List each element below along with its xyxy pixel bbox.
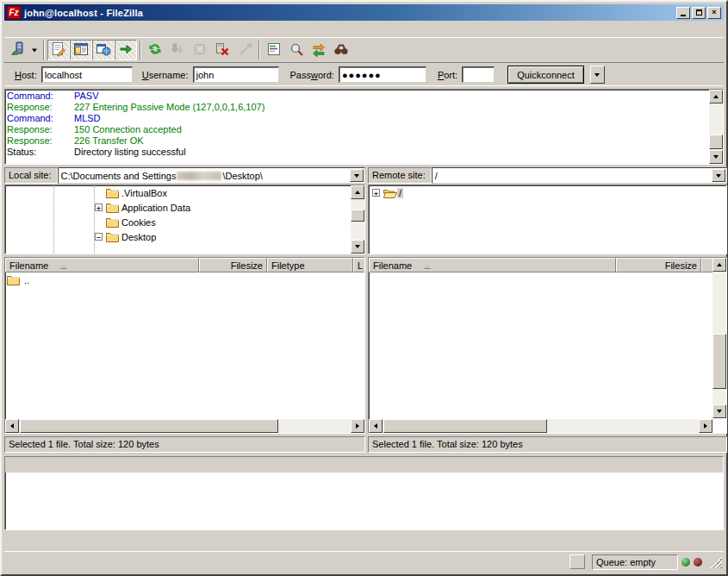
quickconnect-dropdown[interactable] [590,66,605,84]
local-tree-item-desktop[interactable]: −Desktop [95,229,364,244]
log-line-response: Response:227 Entering Passive Mode (127,… [7,102,721,113]
remote-col-filename[interactable]: Filename [369,258,616,272]
local-list-header: Filename Filesize Filetype L [5,258,364,272]
host-label: Host: [15,70,37,80]
menubar [4,22,724,37]
local-site-combo-arrow[interactable] [350,169,364,182]
statusbar: Queue: empty [4,551,724,572]
toggle-local-tree-button[interactable] [70,40,92,60]
remote-site-combo-arrow[interactable] [712,169,725,182]
local-col-lastmodified[interactable]: L [353,258,365,272]
site-manager-button[interactable] [6,40,28,60]
menu-item-bookmarks[interactable] [73,28,87,31]
tree-expander-icon[interactable]: + [95,203,103,211]
queue-toggle-icon [118,41,134,59]
local-list-hscrollbar[interactable] [5,419,364,433]
menu-item-server[interactable] [59,28,73,31]
local-col-filename[interactable]: Filename [5,258,199,272]
local-site-bar: Local site: C:\Documents and Settings\De… [4,167,365,184]
tree-expander-icon[interactable]: − [95,233,103,241]
toggle-remote-tree-button[interactable] [92,40,115,60]
reconnect-button[interactable] [233,40,256,60]
remote-list-header: Filename Filesize [369,258,726,272]
process-queue-icon [170,41,185,59]
folder-icon [105,202,120,213]
separator[interactable] [43,41,45,59]
menu-item-file[interactable] [4,28,18,31]
remote-site-bar: Remote site: / [368,167,727,184]
local-site-label: Local site: [4,167,58,184]
toggle-queue-button[interactable] [115,40,137,60]
host-input[interactable] [41,66,133,83]
local-selection-status: Selected 1 file. Total size: 120 bytes [4,436,365,453]
cancel-operation-button[interactable] [189,40,211,60]
filezilla-window: Fz john@localhost - FileZilla × Host: Us… [0,0,728,576]
directory-filter-button[interactable] [263,40,285,60]
log-error-indicator-icon [694,558,702,567]
ascii-datatype-icon [569,554,585,569]
message-log: Command:PASVResponse:227 Entering Passiv… [4,89,724,165]
disconnect-button[interactable] [211,40,233,60]
quickconnect-button[interactable]: Quickconnect [507,66,584,84]
toolbar [4,37,724,61]
resize-grip[interactable] [709,555,722,568]
queue-header [5,457,723,473]
menu-item-help[interactable] [87,28,101,31]
remote-panes-icon [96,41,111,59]
log-scrollbar[interactable] [709,90,723,164]
find-files-button[interactable] [330,40,352,60]
tree-expander-icon[interactable]: + [372,189,380,197]
..[interactable]: .. [5,272,364,287]
local-tree-item-application-data[interactable]: +Application Data [95,200,364,215]
local-col-filesize[interactable]: Filesize [199,258,267,272]
remote-col-filesize[interactable]: Filesize [616,258,701,272]
username-label: Username: [142,70,189,80]
remote-site-combo[interactable]: / [432,167,727,184]
log-line-command: Command:PASV [7,91,721,102]
process-queue-button[interactable] [166,40,189,60]
local-tree-item-cookies[interactable]: Cookies [95,215,364,229]
synchronized-browsing-button[interactable] [308,40,330,60]
redacted-username [177,172,221,180]
username-input[interactable] [193,66,279,83]
titlebar[interactable]: Fz john@localhost - FileZilla × [4,4,724,21]
menu-item-edit[interactable] [18,28,32,31]
maximize-button[interactable] [692,7,706,19]
remote-site-label: Remote site: [368,167,432,184]
toggle-message-log-button[interactable] [47,40,70,60]
close-button[interactable]: × [707,7,721,19]
sort-asc-icon [424,260,431,268]
local-tree: .VirtualBox+Application DataCookies−Desk… [4,185,365,254]
remote-tree-item-[interactable]: +/ [372,185,726,200]
refresh-icon [147,41,163,59]
log-toggle-icon [51,41,66,59]
menu-item-transfer[interactable] [46,28,59,31]
separator[interactable] [258,41,260,59]
quickconnect-bar: Host: Username: Password: Port: Quickcon… [4,62,724,86]
local-col-filetype[interactable]: Filetype [267,258,353,272]
queue-tabs [4,533,724,552]
remote-list-hscrollbar[interactable] [369,419,712,433]
separator[interactable] [140,41,141,59]
minimize-button[interactable] [676,7,690,19]
port-input[interactable] [462,66,495,83]
window-title: john@localhost - FileZilla [24,8,676,18]
disconnect-icon [215,41,230,59]
dropdown-arrow-icon [31,45,38,55]
queue-size-panel: Queue: empty [592,554,678,570]
log-line-response: Response:150 Connection accepted [7,124,721,135]
local-tree-scrollbar[interactable] [351,185,364,254]
menu-item-view[interactable] [32,28,46,31]
directory-comparison-button[interactable] [285,40,308,60]
local-site-combo[interactable]: C:\Documents and Settings\Desktop\ [58,167,365,184]
local-tree-item-virtualbox[interactable]: .VirtualBox [95,185,364,200]
site-manager-dropdown[interactable] [28,40,40,60]
open-folder-icon [383,188,397,198]
remote-list-vscrollbar[interactable] [712,258,726,418]
password-input[interactable] [339,66,426,83]
refresh-button[interactable] [144,40,166,60]
find-icon [333,41,349,59]
transfer-queue [4,456,724,530]
log-line-command: Command:MLSD [7,113,721,124]
remote-tree: +/ [368,185,727,254]
